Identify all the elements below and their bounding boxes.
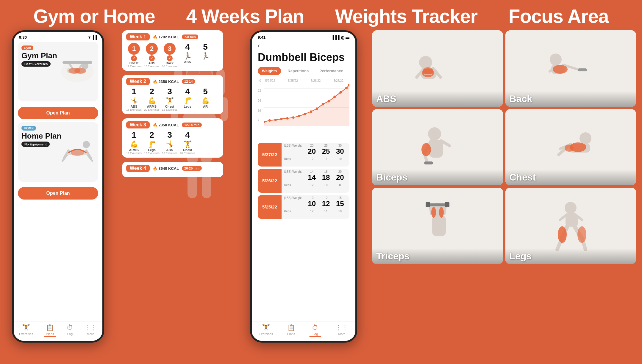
week2-day2[interactable]: 2 💪 ARMS 20 Exercises	[144, 87, 160, 111]
phone-mockup-1: 9:30 ▾ ▐▐	[12, 30, 104, 343]
section-focus-area: ABS Back	[372, 30, 636, 343]
tracker-back-button[interactable]: ‹	[258, 42, 349, 50]
svg-point-52	[304, 113, 306, 115]
focus-biceps[interactable]: Biceps	[372, 109, 503, 186]
w2-day2-label: ARMS	[147, 105, 157, 108]
svg-rect-95	[432, 215, 446, 236]
week3-day4[interactable]: 4 🏋 Chest 20 Exercises	[180, 131, 195, 155]
svg-rect-76	[578, 68, 587, 71]
week-2-min: 12-14	[182, 79, 195, 84]
tab-weights[interactable]: Weights	[258, 67, 281, 75]
home-plan-subtitle: No Equipment	[21, 142, 50, 147]
tracker-exercises-icon: 🏋	[262, 324, 270, 332]
nav-exercises[interactable]: 🏋 Exercises	[19, 324, 33, 337]
tracker-nav-plans[interactable]: 📋 Plans	[287, 324, 295, 337]
day2-num: 2	[146, 43, 158, 55]
gym-exercise-image	[57, 42, 98, 101]
tracker-reps-header-527: Reps121110	[282, 157, 349, 161]
gym-plan-card: Gym Gym Plan Best Exercises	[18, 42, 98, 101]
main-content: 9:30 ▾ ▐▐	[0, 30, 642, 362]
week1-day5[interactable]: 5 🏃	[198, 43, 213, 68]
open-home-plan-button[interactable]: Open Plan	[18, 187, 98, 200]
tab-performance[interactable]: Performance	[315, 67, 347, 75]
week2-day5[interactable]: 5 💪 AR	[198, 87, 213, 111]
plans-icon: 📋	[46, 324, 54, 332]
tracker-reps-header-525: Reps121110	[282, 209, 349, 214]
day1-check: ✓	[131, 55, 137, 61]
svg-point-47	[274, 119, 277, 121]
date-525: 5/25/22	[258, 195, 282, 219]
w2-day1-figure: 🤸	[130, 97, 138, 105]
nav-plans[interactable]: 📋 Plans	[44, 324, 56, 337]
date-526: 5/26/22	[258, 169, 282, 193]
focus-area-grid: ABS Back	[372, 30, 636, 343]
day5-num: 5	[203, 43, 208, 51]
week1-day4[interactable]: 4 🏃 ABS	[180, 43, 195, 68]
focus-triceps[interactable]: Triceps	[372, 188, 503, 264]
tracker-nav-log[interactable]: ⏱ Log	[309, 324, 321, 337]
week-1-card: Week 1 🔥 1792 KCAL 7-8 min 1 ✓ Chest 12 …	[122, 30, 223, 71]
svg-point-112	[558, 226, 567, 243]
tracker-nav-more-label: More	[338, 332, 346, 336]
week3-day2[interactable]: 2 🦵 Legs 12 Exercises	[144, 131, 160, 155]
week-1-label: Week 1	[126, 33, 150, 40]
more-icon: ⋮⋮	[84, 324, 97, 332]
week-2-header: Week 2 🔥 2350 KCAL 12-14	[126, 78, 219, 85]
day1-exercises: 12 Exercises	[126, 65, 142, 68]
svg-point-106	[565, 202, 577, 214]
w3-day2-num: 2	[149, 131, 154, 139]
tab-repetitions[interactable]: Repetitions	[283, 67, 313, 75]
home-plan-card: HOME Home Plan No Equipment	[18, 122, 98, 182]
week2-day4[interactable]: 4 🦵 Legs	[180, 87, 195, 111]
home-exercise-image	[57, 122, 98, 182]
tracker-content: ‹ Dumbbell Biceps Weights Repetitions Pe…	[252, 40, 355, 224]
week3-day3[interactable]: 3 🤸 ABS 15 Exercises	[162, 131, 177, 155]
phone-status-icons: ▾ ▐▐	[88, 35, 97, 40]
day1-num: 1	[128, 43, 140, 55]
svg-point-77	[553, 65, 568, 74]
focus-abs[interactable]: ABS	[372, 30, 503, 107]
week2-day1[interactable]: 1 🤸 ABS 15 Exercises	[126, 87, 142, 111]
tracker-nav-exercises[interactable]: 🏋 Exercises	[259, 324, 273, 337]
exercises-icon: 🏋	[22, 324, 30, 332]
nav-plans-label: Plans	[46, 332, 54, 336]
week1-day2[interactable]: 2 ✓ ABS 15 Exercises	[144, 43, 160, 68]
tracker-row-527: 5/27/22 (LBS) Weight202530 20 25 30	[258, 143, 349, 167]
week1-day3[interactable]: 3 ✓ Back 10 Exercises	[162, 43, 177, 68]
tracker-time: 9:41	[258, 35, 265, 40]
week2-day3[interactable]: 3 🏋 Chest 12 Exercises	[162, 87, 177, 111]
nav-log[interactable]: ⏱ Log	[67, 324, 73, 337]
w2-day5-num: 5	[203, 87, 208, 96]
focus-back[interactable]: Back	[505, 30, 636, 107]
date-527: 5/27/22	[258, 143, 282, 167]
week3-day1[interactable]: 1 💪 ARMS 12 Exercises	[126, 131, 142, 155]
tracker-weight-vals-525: 10 12 15	[282, 200, 349, 209]
header-title-1: Gym or Home	[33, 5, 155, 27]
nav-more[interactable]: ⋮⋮ More	[84, 324, 97, 337]
week-1-kcal: 🔥 1792 KCAL	[153, 35, 179, 39]
nav-log-label: Log	[67, 332, 73, 336]
w2-day3-label: Chest	[165, 105, 174, 108]
tracker-nav-more[interactable]: ⋮⋮ More	[335, 324, 348, 337]
svg-point-104	[439, 207, 444, 218]
svg-point-58	[339, 91, 342, 93]
day2-exercises: 15 Exercises	[144, 65, 160, 68]
week-1-header: Week 1 🔥 1792 KCAL 7-8 min	[126, 33, 219, 40]
open-gym-plan-button[interactable]: Open Plan	[18, 107, 98, 119]
week-4-header: Week 4 🔥 3640 KCAL 20-25 min	[126, 165, 219, 172]
svg-rect-101	[426, 202, 430, 207]
w2-day1-exercises: 15 Exercises	[126, 108, 142, 111]
svg-point-79	[428, 127, 441, 140]
focus-chest[interactable]: Chest	[505, 109, 636, 186]
week1-day1[interactable]: 1 ✓ Chest 12 Exercises	[126, 43, 142, 68]
w3-day1-label: ARMS	[129, 148, 139, 152]
tracker-lbs-header-525: (LBS) Weight101215	[282, 195, 349, 200]
svg-rect-71	[541, 39, 600, 98]
w3-day2-label: Legs	[148, 148, 156, 152]
svg-rect-61	[408, 39, 467, 98]
svg-point-53	[310, 110, 312, 113]
focus-legs[interactable]: Legs	[505, 188, 636, 264]
tracker-row-525: 5/25/22 (LBS) Weight101215 10 12 15	[258, 195, 349, 219]
nav-more-label: More	[87, 332, 94, 336]
w3-day1-num: 1	[132, 131, 136, 139]
